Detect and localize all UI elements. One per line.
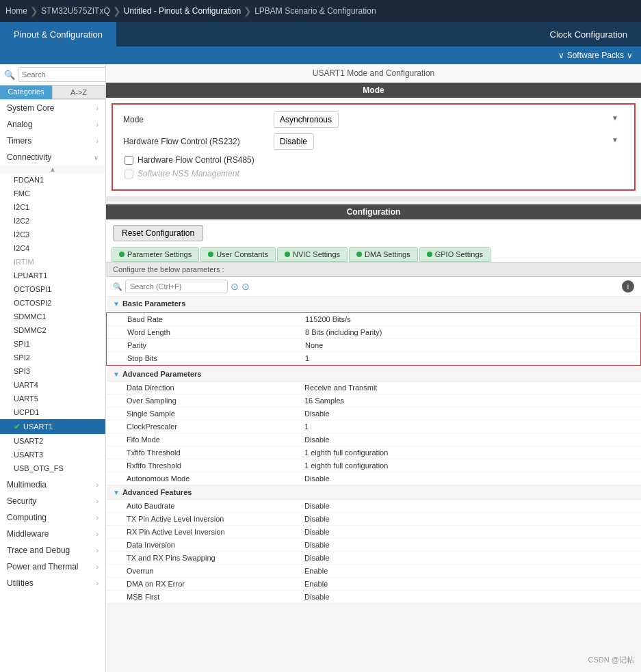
- sidebar-item-security[interactable]: Security ›: [0, 493, 105, 509]
- param-value: Disable: [298, 513, 641, 525]
- sidebar-sub-item-i2c2[interactable]: I2C2: [0, 214, 105, 228]
- advanced-features-group-label: Advanced Features: [122, 488, 192, 496]
- sidebar-sub-item-octospi2[interactable]: OCTOSPI2: [0, 296, 105, 310]
- config-tab-1[interactable]: User Constants: [200, 247, 276, 262]
- param-name: Baud Rate: [107, 313, 298, 325]
- config-tab-2[interactable]: NVIC Settings: [277, 247, 348, 262]
- watermark: CSDN @记帖: [588, 655, 634, 665]
- basic-params-rows: Baud Rate115200 Bits/sWord Length8 Bits …: [106, 312, 641, 366]
- sidebar-sub-item-usb_otg_fs[interactable]: USB_OTG_FS: [0, 461, 105, 475]
- info-icon[interactable]: i: [622, 280, 634, 293]
- sidebar-sub-item-i2c3[interactable]: I2C3: [0, 228, 105, 241]
- table-row: Baud Rate115200 Bits/s: [107, 313, 640, 326]
- config-section: Configuration Reset Configuration Parame…: [106, 204, 641, 604]
- advanced-features-rows: Auto BaudrateDisableTX Pin Active Level …: [106, 500, 641, 604]
- hw-flow-rs485-checkbox[interactable]: [125, 156, 133, 165]
- breadcrumb-home[interactable]: Home: [5, 6, 27, 16]
- sidebar-item-multimedia[interactable]: Multimedia ›: [0, 476, 105, 493]
- hw-flow-rs232-select[interactable]: Disable: [274, 133, 314, 150]
- basic-params-group-header[interactable]: ▼ Basic Parameters: [106, 297, 641, 311]
- sidebar: 🔍 ⚙ Categories A->Z System Core › Analog…: [0, 64, 106, 672]
- sidebar-sub-item-i2c4[interactable]: I2C4: [0, 241, 105, 255]
- param-name: Over Sampling: [106, 394, 298, 407]
- mode-select-wrapper: Asynchronous: [274, 111, 624, 128]
- param-name: TX Pin Active Level Inversion: [106, 513, 298, 525]
- sidebar-sub-item-i2c1[interactable]: I2C1: [0, 200, 105, 214]
- sidebar-sub-item-usart3[interactable]: USART3: [0, 448, 105, 461]
- sidebar-sub-item-uart5[interactable]: UART5: [0, 392, 105, 405]
- chevron-icon: ›: [96, 137, 99, 145]
- sidebar-sub-item-usart2[interactable]: USART2: [0, 434, 105, 448]
- params-search-input[interactable]: [125, 280, 228, 293]
- sidebar-item-connectivity[interactable]: Connectivity ∨: [0, 149, 105, 165]
- param-value: 8 Bits (including Parity): [298, 326, 640, 338]
- reset-config-button[interactable]: Reset Configuration: [113, 225, 203, 241]
- table-row: ClockPrescaler1: [106, 420, 641, 433]
- param-value: Disable: [298, 539, 641, 551]
- param-name: Auto Baudrate: [106, 500, 298, 512]
- param-value: Disable: [298, 407, 641, 420]
- advanced-features-group-header[interactable]: ▼ Advanced Features: [106, 485, 641, 500]
- sidebar-sub-item-sdmmc1[interactable]: SDMMC1: [0, 310, 105, 323]
- table-row: Data InversionDisable: [106, 539, 641, 552]
- sidebar-sub-item-lpuart1[interactable]: LPUART1: [0, 269, 105, 282]
- sidebar-sub-item-spi1[interactable]: SPI1: [0, 337, 105, 351]
- param-value: None: [298, 339, 640, 351]
- sidebar-item-system-core[interactable]: System Core ›: [0, 100, 105, 116]
- tab-pinout[interactable]: Pinout & Configuration: [0, 22, 116, 46]
- param-value: Disable: [298, 526, 641, 538]
- category-tabs: Categories A->Z: [0, 85, 105, 100]
- prev-search-icon[interactable]: ⊙: [231, 281, 239, 292]
- mode-label: Mode: [123, 115, 274, 124]
- param-name: DMA on RX Error: [106, 578, 298, 590]
- sidebar-item-middleware[interactable]: Middleware ›: [0, 526, 105, 542]
- sidebar-item-analog[interactable]: Analog ›: [0, 116, 105, 133]
- breadcrumb-pinout[interactable]: Untitled - Pinout & Configuration: [124, 6, 241, 16]
- param-name: MSB First: [106, 591, 298, 603]
- param-value: Enable: [298, 578, 641, 590]
- advanced-params-group-header[interactable]: ▼ Advanced Parameters: [106, 367, 641, 381]
- cat-tab-categories[interactable]: Categories: [0, 85, 52, 99]
- config-tab-0[interactable]: Parameter Settings: [112, 247, 199, 262]
- sw-nss-checkbox[interactable]: [125, 170, 133, 178]
- sidebar-search-bar: 🔍 ⚙: [0, 64, 105, 85]
- config-tab-3[interactable]: DMA Settings: [349, 247, 418, 262]
- sidebar-item-computing[interactable]: Computing ›: [0, 509, 105, 526]
- tab-dot: [119, 252, 125, 257]
- sidebar-item-power-thermal[interactable]: Power and Thermal ›: [0, 559, 105, 575]
- sidebar-sub-item-sdmmc2[interactable]: SDMMC2: [0, 323, 105, 337]
- param-name: ClockPrescaler: [106, 420, 298, 433]
- search-icon: 🔍: [4, 70, 15, 80]
- sidebar-sub-item-octospi1[interactable]: OCTOSPI1: [0, 282, 105, 296]
- software-packs-label[interactable]: Software Packs: [567, 51, 624, 60]
- main-tab-bar: Pinout & Configuration Clock Configurati…: [0, 22, 641, 46]
- sidebar-sub-item-fmc[interactable]: FMC: [0, 187, 105, 200]
- param-value: Disable: [298, 591, 641, 603]
- cat-tab-az[interactable]: A->Z: [52, 85, 105, 99]
- sidebar-sub-item-ucpd1[interactable]: UCPD1: [0, 405, 105, 419]
- sidebar-item-timers[interactable]: Timers ›: [0, 133, 105, 149]
- next-search-icon[interactable]: ⊙: [241, 281, 250, 292]
- tab-clock[interactable]: Clock Configuration: [536, 22, 641, 46]
- param-name: Data Direction: [106, 381, 298, 394]
- sidebar-sub-item-usart1[interactable]: ✔USART1: [0, 419, 105, 434]
- sidebar-item-trace-debug[interactable]: Trace and Debug ›: [0, 542, 105, 559]
- breadcrumb-device[interactable]: STM32U575ZITxQ: [41, 6, 110, 16]
- sidebar-sub-item-uart4[interactable]: UART4: [0, 378, 105, 392]
- sidebar-sub-item-spi2[interactable]: SPI2: [0, 351, 105, 364]
- sidebar-sub-item-spi3[interactable]: SPI3: [0, 364, 105, 378]
- param-name: RX Pin Active Level Inversion: [106, 526, 298, 538]
- param-name: Parity: [107, 339, 298, 351]
- param-name: Rxfifo Threshold: [106, 459, 298, 472]
- sidebar-sub-item-fdcan1[interactable]: FDCAN1: [0, 173, 105, 187]
- mode-select[interactable]: Asynchronous: [274, 111, 339, 128]
- config-tab-4[interactable]: GPIO Settings: [419, 247, 490, 262]
- hw-flow-rs232-label: Hardware Flow Control (RS232): [123, 137, 274, 146]
- param-name: Word Length: [107, 326, 298, 338]
- tab-dot: [285, 252, 290, 257]
- param-value: 1 eighth full configuration: [298, 446, 641, 459]
- tab-dot: [208, 252, 213, 257]
- breadcrumb-lpbam[interactable]: LPBAM Scenario & Configuration: [254, 6, 376, 16]
- sidebar-item-utilities[interactable]: Utilities ›: [0, 575, 105, 591]
- sidebar-search-input[interactable]: [18, 67, 106, 82]
